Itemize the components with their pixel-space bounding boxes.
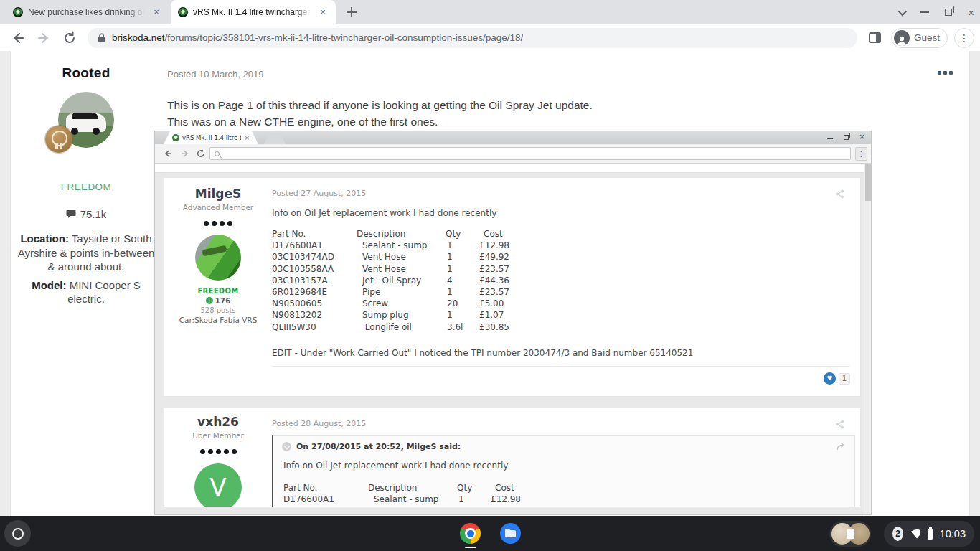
- restore-icon: [844, 135, 849, 140]
- table-cell: Pipe: [357, 287, 446, 297]
- divider: [272, 366, 850, 367]
- post-card: Rooted FREEDOM 75.1k Location: Tayside o…: [10, 51, 970, 516]
- chrome-app-icon[interactable]: [460, 523, 481, 544]
- profile-button[interactable]: Guest: [891, 28, 948, 48]
- clock: 10:03: [940, 528, 966, 540]
- status-tray[interactable]: 2 10:03: [884, 521, 974, 547]
- briskoda-favicon-icon: [13, 7, 23, 17]
- like-count[interactable]: 1: [839, 373, 850, 385]
- post-options-icon[interactable]: [938, 71, 953, 75]
- reload-button[interactable]: [62, 30, 77, 46]
- table-row: D176600A1Sealant - sump1£12.98: [272, 240, 544, 251]
- avatar: V: [194, 463, 242, 507]
- table-cell: Vent Hose: [357, 264, 446, 274]
- url-domain: briskoda.net: [112, 32, 165, 43]
- author-location: Location: Tayside or South Ayrshire & po…: [15, 232, 157, 274]
- avatar: [195, 235, 241, 281]
- forward-button[interactable]: [36, 30, 52, 46]
- author-rank: Advanced Member: [164, 203, 272, 212]
- files-app-icon[interactable]: [500, 523, 521, 544]
- screen: New purchase likes drinking oil... × vRS…: [0, 0, 980, 551]
- briskoda-favicon-icon: [178, 7, 188, 17]
- chevron-down-icon[interactable]: [282, 442, 291, 451]
- table-cell: D176600A1: [283, 494, 368, 504]
- rank-pip-icon: [200, 449, 205, 454]
- window-controls: ×: [898, 0, 974, 24]
- reply-arrow-icon: [836, 442, 847, 451]
- forum-post-milges: MilgeS Advanced Member FREEDOM + 176 528…: [164, 177, 861, 397]
- author-car: Car:Skoda Fabia VRS: [164, 316, 272, 324]
- message-count: 75.1k: [80, 208, 107, 220]
- post-date: Posted 28 August, 2015: [272, 419, 366, 428]
- table-row: 03C103157AJet - Oil Spray4£44.36: [272, 275, 544, 286]
- document-icon: [847, 529, 854, 539]
- rank-pip-icon: [224, 449, 229, 454]
- table-cell: 6R0129684E: [272, 287, 357, 297]
- notification-tray[interactable]: [829, 521, 871, 547]
- browser-menu-button[interactable]: ⋮: [954, 28, 974, 48]
- like-heart-icon[interactable]: ♥: [824, 372, 836, 385]
- table-row: QLIII5W30 Longlife oil3.6l£30.85: [272, 321, 544, 333]
- launcher-button[interactable]: [4, 520, 31, 547]
- table-cell: 1: [446, 310, 479, 320]
- tab-new-purchase[interactable]: New purchase likes drinking oil... ×: [6, 0, 169, 24]
- tab-title: vRS Mk. II 1.4 litre twincharger oi: [193, 7, 311, 17]
- minimize-icon[interactable]: [920, 11, 929, 13]
- table-cell: Vent Hose: [368, 506, 457, 507]
- table-cell: £49.92: [491, 506, 555, 507]
- forum-post-vxh26: vxh26 Uber Member V Posted 28 August, 20…: [164, 408, 861, 507]
- table-cell: £44.36: [479, 276, 544, 286]
- table-row: 03C103474ADVent Hose1£49.92: [272, 251, 544, 263]
- chevron-down-icon[interactable]: [898, 6, 908, 16]
- tab-close-icon[interactable]: ×: [317, 6, 329, 18]
- table-body: D176600A1Sealant - sump1£12.9803C103474A…: [283, 494, 555, 507]
- forum-page: Rooted FREEDOM 75.1k Location: Tayside o…: [0, 51, 980, 516]
- screenshot-address-bar: [209, 147, 851, 160]
- chromeos-shelf: 2 10:03: [0, 516, 980, 551]
- reputation-count: 176: [215, 296, 231, 305]
- table-cell: D176600A1: [272, 240, 357, 250]
- table-cell: £5.00: [479, 298, 544, 309]
- post-author-column: vxh26 Uber Member V: [164, 408, 272, 507]
- share-icon: [835, 420, 844, 429]
- table-cell: 1: [446, 252, 479, 262]
- screenshot-toolbar: ⋮: [155, 144, 871, 164]
- back-button[interactable]: [10, 30, 26, 46]
- table-cell: £49.92: [479, 252, 544, 262]
- address-bar[interactable]: briskoda.net/forums/topic/358101-vrs-mk-…: [88, 28, 857, 48]
- table-header-row: Part No. Description Qty Cost: [283, 482, 555, 494]
- message-count-row: 75.1k: [11, 208, 161, 220]
- restore-icon[interactable]: [945, 9, 952, 16]
- location-label: Location:: [20, 232, 69, 245]
- author-name[interactable]: Rooted: [11, 65, 161, 81]
- post-text: Info on Oil Jet replacement work I had d…: [272, 208, 496, 218]
- table-row: 03C103474ADVent Hose1£49.92: [283, 505, 555, 507]
- table-cell: Vent Hose: [357, 252, 446, 262]
- screenshot-scrollbar: [864, 164, 871, 514]
- embedded-screenshot[interactable]: vRS Mk. II 1.4 litre twinch × ×: [155, 131, 871, 514]
- rank-pip-icon: [212, 221, 217, 226]
- tab-close-icon[interactable]: ×: [151, 6, 162, 18]
- close-icon[interactable]: ×: [968, 7, 974, 18]
- table-cell: Sump plug: [357, 310, 446, 320]
- quote-header: On 27/08/2015 at 20:52, MilgeS said:: [282, 442, 461, 451]
- table-cell: 4: [446, 276, 479, 286]
- side-panel-icon[interactable]: [869, 32, 881, 43]
- url-path: /forums/topic/358101-vrs-mk-ii-14-litre-…: [165, 32, 524, 43]
- new-tab-button[interactable]: [346, 6, 357, 18]
- close-icon: ×: [859, 133, 865, 141]
- table-cell: 1: [457, 506, 491, 507]
- rank-pip-icon: [220, 221, 225, 226]
- table-cell: 20: [446, 298, 479, 309]
- tab-vrs-thread[interactable]: vRS Mk. II 1.4 litre twincharger oi ×: [171, 0, 336, 24]
- table-cell: 3.6l: [446, 322, 479, 332]
- screenshot-tab-title: vRS Mk. II 1.4 litre twinch: [182, 134, 241, 141]
- table-cell: 03C103558AA: [272, 264, 357, 274]
- rank-pip-icon: [232, 449, 237, 454]
- tab-title: New purchase likes drinking oil...: [28, 7, 145, 17]
- tab-close-icon: ×: [244, 134, 250, 141]
- new-tab-button: [264, 133, 286, 144]
- table-cell: £30.85: [479, 322, 544, 332]
- table-row: 6R0129684EPipe1£23.57: [272, 286, 544, 298]
- table-row: N90813202Sump plug1£1.07: [272, 309, 544, 321]
